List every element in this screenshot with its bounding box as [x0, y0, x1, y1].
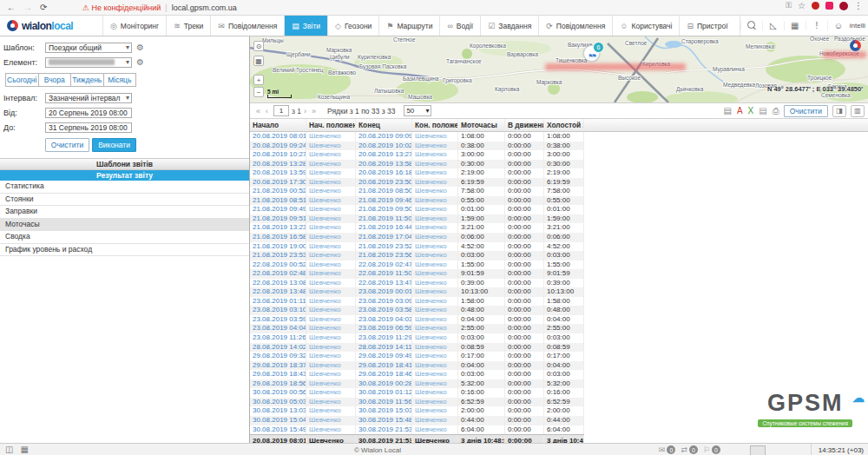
table-row[interactable]: 30.08.2019 00:56:56Шевченко30.08.2019 01… — [250, 388, 584, 398]
info-icon[interactable]: ! — [806, 21, 827, 30]
table-cell[interactable]: 22.08.2019 13:08:10 — [250, 279, 306, 288]
bookmark-star-icon[interactable]: ☆ — [798, 1, 806, 10]
table-cell[interactable]: Шевченко — [412, 251, 458, 260]
table-cell[interactable]: 20.08.2019 10:02:12 — [356, 142, 412, 151]
prev-page-icon[interactable]: ‹ — [266, 107, 268, 115]
table-cell[interactable]: Шевченко — [306, 324, 356, 333]
tab-drivers[interactable]: ∞Водії — [439, 16, 480, 36]
tab-units[interactable]: ⊟Пристрої — [679, 16, 734, 36]
search-icon[interactable] — [740, 21, 762, 30]
table-cell[interactable]: 21.08.2019 23:52:11 — [356, 242, 412, 252]
next-page-icon[interactable]: › — [304, 107, 306, 115]
table-cell[interactable]: 20.08.2019 09:09:12 — [356, 132, 412, 142]
table-cell[interactable]: 22.08.2019 02:47:11 — [356, 260, 412, 270]
table-row[interactable]: 20.08.2019 10:27:12Шевченко20.08.2019 13… — [250, 150, 584, 160]
table-cell[interactable]: 29.08.2019 09:49:07 — [356, 352, 412, 361]
column-header[interactable]: Холостой ход — [544, 119, 584, 131]
page-number-input[interactable]: 1 — [273, 105, 289, 116]
layers-icon[interactable]: ▦ — [253, 56, 264, 66]
table-cell[interactable]: Шевченко — [412, 388, 458, 398]
table-cell[interactable]: Шевченко — [412, 279, 458, 288]
table-row[interactable]: 22.08.2019 13:08:10Шевченко22.08.2019 13… — [250, 279, 584, 288]
table-cell[interactable]: Шевченко — [412, 168, 458, 178]
table-cell[interactable]: Шевченко — [306, 168, 356, 178]
table-cell[interactable]: Шевченко — [306, 315, 356, 325]
excel-export-icon[interactable]: X — [748, 106, 754, 116]
table-cell[interactable]: 23.08.2019 11:26:09 — [250, 333, 306, 343]
table-cell[interactable]: 21.08.2019 00:52:11 — [250, 187, 306, 196]
table-row[interactable]: 20.08.2019 09:24:12Шевченко20.08.2019 10… — [250, 142, 584, 151]
table-row[interactable]: 22.08.2019 13:48:10Шевченко23.08.2019 00… — [250, 287, 584, 297]
table-cell[interactable]: Шевченко — [412, 260, 458, 270]
table-cell[interactable]: 21.08.2019 16:58:11 — [250, 233, 306, 242]
table-cell[interactable]: 20.08.2019 08:01:12 — [250, 132, 306, 142]
table-cell[interactable]: 20.08.2019 23:50:11 — [356, 178, 412, 188]
table-cell[interactable]: Шевченко — [306, 416, 356, 425]
quick-button-місяць[interactable]: Місяць — [104, 73, 137, 87]
map-toggle-icon[interactable]: ◨ — [832, 105, 846, 117]
table-cell[interactable]: Шевченко — [306, 132, 356, 142]
section-item[interactable]: Статистика — [0, 181, 249, 194]
table-cell[interactable]: Шевченко — [412, 178, 458, 188]
table-row[interactable]: 21.08.2019 19:00:11Шевченко21.08.2019 23… — [250, 242, 584, 252]
table-row[interactable]: 23.08.2019 04:04:10Шевченко23.08.2019 06… — [250, 324, 584, 333]
table-cell[interactable]: 20.08.2019 16:18:12 — [356, 168, 412, 178]
table-cell[interactable]: 23.08.2019 04:03:10 — [356, 315, 412, 325]
zoom-out-button[interactable]: − — [253, 87, 264, 97]
table-row[interactable]: 23.08.2019 03:10:10Шевченко23.08.2019 03… — [250, 306, 584, 315]
table-row[interactable]: 23.08.2019 03:59:10Шевченко23.08.2019 04… — [250, 315, 584, 325]
tab-report-result[interactable]: Результат звіту — [0, 170, 249, 181]
ruler-icon[interactable]: ◺ — [762, 21, 784, 30]
table-cell[interactable]: 23.08.2019 00:01:10 — [356, 287, 412, 297]
table-cell[interactable]: Шевченко — [306, 233, 356, 242]
table-cell[interactable]: Шевченко — [412, 233, 458, 242]
execute-button[interactable]: Виконати — [92, 138, 136, 152]
security-warning[interactable]: ⚠ Не конфіденційний — [82, 3, 161, 12]
table-cell[interactable]: Шевченко — [412, 297, 458, 307]
template-select[interactable]: Поездки общий ▾ — [45, 43, 132, 53]
column-header[interactable]: Кон. положение — [412, 119, 458, 131]
table-cell[interactable]: 22.08.2019 13:48:10 — [250, 287, 306, 297]
table-cell[interactable]: 23.08.2019 03:59:10 — [250, 315, 306, 325]
table-cell[interactable]: 29.08.2019 18:41:56 — [356, 361, 412, 371]
tab-tracks[interactable]: ≋Треки — [166, 16, 210, 36]
table-cell[interactable]: 21.08.2019 19:00:11 — [250, 242, 306, 252]
table-cell[interactable]: 21.08.2019 17:04:11 — [356, 233, 412, 242]
table-cell[interactable]: Шевченко — [412, 287, 458, 297]
table-row[interactable]: 20.08.2019 17:30:12Шевченко20.08.2019 23… — [250, 178, 584, 188]
table-cell[interactable]: 22.08.2019 00:52:11 — [250, 260, 306, 270]
table-cell[interactable]: 23.08.2019 01:11:10 — [250, 297, 306, 307]
table-cell[interactable]: Шевченко — [306, 187, 356, 196]
qr-code-icon[interactable]: ▦ — [784, 21, 806, 30]
table-cell[interactable]: 20.08.2019 09:24:12 — [250, 142, 306, 151]
table-cell[interactable]: Шевченко — [412, 160, 458, 169]
table-cell[interactable]: Шевченко — [412, 187, 458, 196]
table-cell[interactable]: 30.08.2019 15:04:55 — [250, 416, 306, 425]
table-cell[interactable]: Шевченко — [412, 343, 458, 353]
key-icon[interactable]: ⚿ — [786, 1, 792, 10]
table-cell[interactable]: 20.08.2019 13:28:12 — [250, 160, 306, 169]
print-icon[interactable]: ⎙ — [773, 106, 779, 116]
column-header[interactable]: Начало — [250, 119, 306, 131]
table-cell[interactable]: Шевченко — [306, 205, 356, 214]
interval-select[interactable]: Зазначений інтервал ▾ — [45, 93, 132, 103]
table-row[interactable]: 21.08.2019 23:53:11Шевченко21.08.2019 23… — [250, 251, 584, 260]
map-marker-cluster[interactable]: ⚑⚑ 6 — [583, 45, 600, 62]
column-header[interactable]: Нач. положение — [306, 119, 356, 131]
account-icon[interactable]: ☺ — [827, 21, 849, 30]
apps-grid-icon[interactable]: ▦ — [20, 445, 28, 454]
table-row[interactable]: 20.08.2019 13:28:12Шевченко20.08.2019 13… — [250, 160, 584, 169]
table-cell[interactable]: Шевченко — [306, 223, 356, 233]
wialon-logo[interactable]: wialonlocal — [0, 16, 102, 36]
table-cell[interactable]: Шевченко — [306, 297, 356, 307]
browser-reload-icon[interactable]: ⟳ — [40, 3, 47, 12]
page-size-select[interactable]: 50 ▾ — [404, 105, 431, 116]
table-cell[interactable]: Шевченко — [306, 425, 356, 435]
table-cell[interactable]: Шевченко — [412, 142, 458, 151]
table-cell[interactable]: 29.08.2019 09:32:07 — [250, 352, 306, 361]
table-cell[interactable]: 21.08.2019 09:49:11 — [250, 205, 306, 214]
clear-report-button[interactable]: Очистити — [784, 105, 828, 117]
table-cell[interactable]: 30.08.2019 00:28:56 — [356, 379, 412, 389]
map[interactable]: МильцыСтепноеМарковкаКоролевковкаЩербани… — [250, 36, 868, 103]
tab-geofences[interactable]: ◇Геозони — [327, 16, 378, 36]
